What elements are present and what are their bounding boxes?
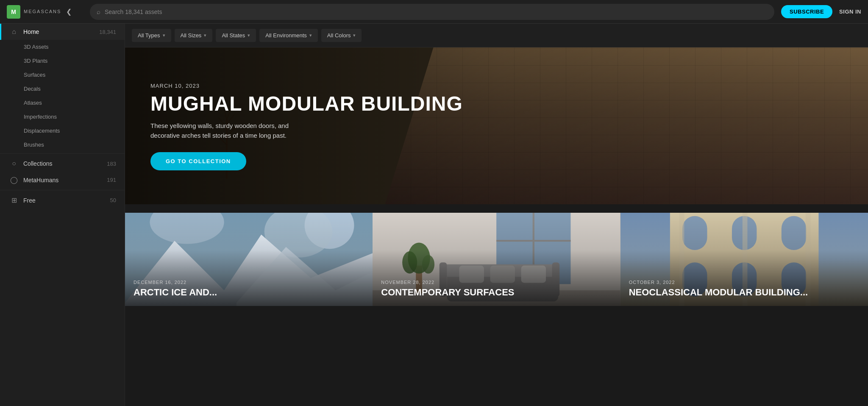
sidebar: ⌂ Home 18,341 3D Assets 3D Plants Surfac… <box>0 24 125 406</box>
chevron-down-icon: ▾ <box>163 33 165 38</box>
card-neoclassical-content: OCTOBER 3, 2022 NEOCLASSICAL MODULAR BUI… <box>629 280 808 298</box>
free-icon: ⊞ <box>10 196 18 204</box>
hero-title: MUGHAL MODULAR BUILDING <box>150 93 463 114</box>
sidebar-item-displacements[interactable]: Displacements <box>24 124 125 138</box>
sidebar-item-surfaces[interactable]: Surfaces <box>24 68 125 82</box>
search-icon: ⌕ <box>97 8 100 15</box>
hero-banner[interactable]: MARCH 10, 2023 MUGHAL MODULAR BUILDING T… <box>125 47 868 204</box>
atlases-label: Atlases <box>24 100 42 106</box>
chevron-down-icon: ▾ <box>204 33 206 38</box>
sidebar-item-collections[interactable]: ○ Collections 183 <box>0 156 125 172</box>
content-scroll[interactable]: MARCH 10, 2023 MUGHAL MODULAR BUILDING T… <box>125 47 868 406</box>
collections-count: 183 <box>107 161 116 167</box>
filter-types-label: All Types <box>138 32 160 39</box>
filter-states-label: All States <box>222 32 245 39</box>
sidebar-item-home[interactable]: ⌂ Home 18,341 <box>0 24 125 40</box>
card-contemporary-date: NOVEMBER 28, 2022 <box>381 280 514 285</box>
card-arctic[interactable]: DECEMBER 16, 2022 ARCTIC ICE AND... <box>125 213 373 306</box>
3d-plants-label: 3D Plants <box>24 58 47 64</box>
sidebar-home-left: ⌂ Home <box>10 28 39 36</box>
card-arctic-title: ARCTIC ICE AND... <box>134 287 217 298</box>
card-arctic-content: DECEMBER 16, 2022 ARCTIC ICE AND... <box>134 280 217 298</box>
collections-label: Collections <box>23 160 52 167</box>
subscribe-button[interactable]: SUBSCRIBE <box>781 5 832 18</box>
hero-date: MARCH 10, 2023 <box>150 83 463 89</box>
hero-description: These yellowing walls, sturdy wooden doo… <box>150 121 312 140</box>
card-neoclassical[interactable]: OCTOBER 3, 2022 NEOCLASSICAL MODULAR BUI… <box>620 213 868 306</box>
displacements-label: Displacements <box>24 128 60 134</box>
sidebar-item-brushes[interactable]: Brushes <box>24 138 125 152</box>
sidebar-divider-2 <box>0 190 125 190</box>
home-label: Home <box>23 28 39 35</box>
metahumans-icon: ◯ <box>10 176 18 184</box>
surfaces-label: Surfaces <box>24 72 45 78</box>
sidebar-divider-1 <box>0 153 125 154</box>
home-count: 18,341 <box>99 29 116 35</box>
content-area: All Types ▾ All Sizes ▾ All States ▾ All… <box>125 24 868 406</box>
sign-in-button[interactable]: SIGN IN <box>839 8 861 15</box>
filter-bar: All Types ▾ All Sizes ▾ All States ▾ All… <box>125 24 868 47</box>
search-bar: ⌕ <box>90 4 774 20</box>
chevron-down-icon: ▾ <box>248 33 250 38</box>
card-neoclassical-date: OCTOBER 3, 2022 <box>629 280 808 285</box>
logo-text: MEGASCANS <box>24 9 61 14</box>
filter-colors-label: All Colors <box>327 32 351 39</box>
sidebar-item-metahumans[interactable]: ◯ MetaHumans 191 <box>0 172 125 188</box>
metahumans-label: MetaHumans <box>23 177 58 184</box>
imperfections-label: Imperfections <box>24 114 57 120</box>
3d-assets-label: 3D Assets <box>24 44 49 50</box>
filter-environments-label: All Environments <box>265 32 307 39</box>
sidebar-item-imperfections[interactable]: Imperfections <box>24 110 125 124</box>
collections-left: ○ Collections <box>10 160 52 167</box>
featured-cards-grid: DECEMBER 16, 2022 ARCTIC ICE AND... <box>125 204 868 306</box>
card-contemporary[interactable]: NOVEMBER 28, 2022 CONTEMPORARY SURFACES <box>373 213 620 306</box>
collections-icon: ○ <box>10 160 18 167</box>
card-arctic-date: DECEMBER 16, 2022 <box>134 280 217 285</box>
search-input[interactable] <box>105 8 768 15</box>
filter-environments-dropdown[interactable]: All Environments ▾ <box>259 29 318 42</box>
filter-states-dropdown[interactable]: All States ▾ <box>216 29 256 42</box>
filter-sizes-label: All Sizes <box>181 32 202 39</box>
filter-sizes-dropdown[interactable]: All Sizes ▾ <box>175 29 213 42</box>
sidebar-sub-items: 3D Assets 3D Plants Surfaces Decals Atla… <box>0 40 125 152</box>
card-contemporary-title: CONTEMPORARY SURFACES <box>381 287 514 298</box>
filter-types-dropdown[interactable]: All Types ▾ <box>132 29 171 42</box>
free-left: ⊞ Free <box>10 196 36 204</box>
brand-name: MEGASCANS <box>24 9 61 14</box>
home-icon: ⌂ <box>10 28 18 36</box>
sidebar-item-decals[interactable]: Decals <box>24 82 125 96</box>
brushes-label: Brushes <box>24 142 44 148</box>
collapse-sidebar-button[interactable]: ❮ <box>64 6 73 17</box>
sidebar-item-3d-assets[interactable]: 3D Assets <box>24 40 125 54</box>
sidebar-item-atlases[interactable]: Atlases <box>24 96 125 110</box>
free-label: Free <box>23 197 36 204</box>
logo-area: M MEGASCANS ❮ <box>7 5 83 19</box>
card-neoclassical-title: NEOCLASSICAL MODULAR BUILDING... <box>629 287 808 298</box>
filter-colors-dropdown[interactable]: All Colors ▾ <box>321 29 362 42</box>
sidebar-item-3d-plants[interactable]: 3D Plants <box>24 54 125 68</box>
app-header: M MEGASCANS ❮ ⌕ SUBSCRIBE SIGN IN <box>0 0 868 24</box>
main-layout: ⌂ Home 18,341 3D Assets 3D Plants Surfac… <box>0 24 868 406</box>
metahumans-left: ◯ MetaHumans <box>10 176 58 184</box>
metahumans-count: 191 <box>107 177 116 183</box>
chevron-down-icon: ▾ <box>309 33 312 38</box>
header-actions: SUBSCRIBE SIGN IN <box>781 5 861 18</box>
logo-icon: M <box>7 5 20 19</box>
sidebar-item-free[interactable]: ⊞ Free 50 <box>0 192 125 209</box>
card-contemporary-content: NOVEMBER 28, 2022 CONTEMPORARY SURFACES <box>381 280 514 298</box>
free-count: 50 <box>110 197 116 203</box>
decals-label: Decals <box>24 86 41 92</box>
hero-content: MARCH 10, 2023 MUGHAL MODULAR BUILDING T… <box>150 83 463 170</box>
hero-cta-button[interactable]: GO TO COLLECTION <box>150 152 246 170</box>
chevron-down-icon: ▾ <box>353 33 356 38</box>
